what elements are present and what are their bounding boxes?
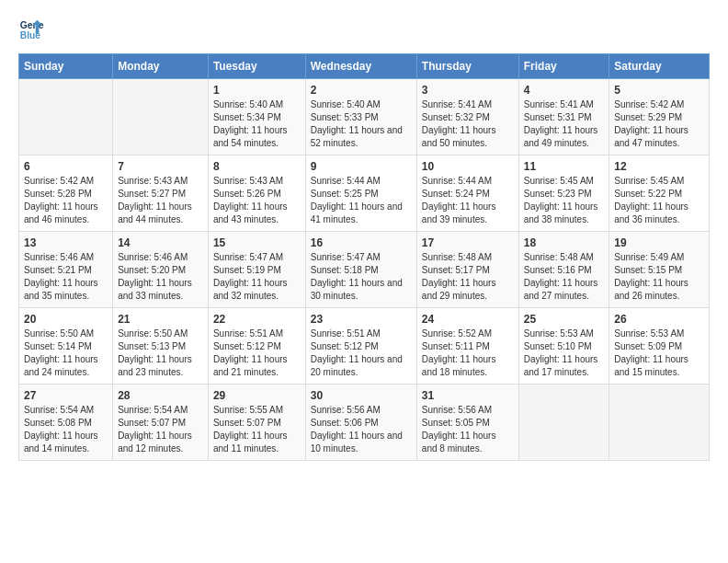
day-info: Sunrise: 5:40 AM Sunset: 5:34 PM Dayligh… [213,98,301,150]
calendar-cell: 16Sunrise: 5:47 AM Sunset: 5:18 PM Dayli… [305,232,416,308]
day-info: Sunrise: 5:46 AM Sunset: 5:20 PM Dayligh… [118,251,203,303]
calendar-cell: 8Sunrise: 5:43 AM Sunset: 5:26 PM Daylig… [208,155,305,232]
calendar-cell [609,385,710,461]
weekday-header-tuesday: Tuesday [208,54,305,79]
day-info: Sunrise: 5:50 AM Sunset: 5:13 PM Dayligh… [118,327,203,379]
day-number: 19 [614,236,704,249]
day-info: Sunrise: 5:50 AM Sunset: 5:14 PM Dayligh… [24,327,108,379]
day-number: 30 [311,389,412,402]
calendar-cell: 15Sunrise: 5:47 AM Sunset: 5:19 PM Dayli… [208,232,305,308]
calendar-cell: 22Sunrise: 5:51 AM Sunset: 5:12 PM Dayli… [208,308,305,385]
weekday-header-monday: Monday [113,54,209,79]
day-number: 2 [311,84,412,97]
calendar-cell: 14Sunrise: 5:46 AM Sunset: 5:20 PM Dayli… [113,232,209,308]
calendar-cell: 28Sunrise: 5:54 AM Sunset: 5:07 PM Dayli… [113,385,209,461]
day-info: Sunrise: 5:43 AM Sunset: 5:26 PM Dayligh… [213,175,301,226]
calendar-cell [19,79,113,155]
day-number: 1 [213,84,301,97]
day-info: Sunrise: 5:56 AM Sunset: 5:05 PM Dayligh… [422,404,514,455]
day-number: 25 [524,313,605,326]
day-number: 6 [24,160,108,173]
calendar-cell: 23Sunrise: 5:51 AM Sunset: 5:12 PM Dayli… [305,308,416,385]
day-info: Sunrise: 5:44 AM Sunset: 5:24 PM Dayligh… [422,175,514,226]
calendar-cell: 7Sunrise: 5:43 AM Sunset: 5:27 PM Daylig… [113,155,209,232]
day-info: Sunrise: 5:42 AM Sunset: 5:28 PM Dayligh… [24,175,108,226]
week-row-1: 1Sunrise: 5:40 AM Sunset: 5:34 PM Daylig… [19,79,710,155]
calendar-cell: 6Sunrise: 5:42 AM Sunset: 5:28 PM Daylig… [19,155,113,232]
day-info: Sunrise: 5:41 AM Sunset: 5:32 PM Dayligh… [422,98,514,150]
calendar-cell: 26Sunrise: 5:53 AM Sunset: 5:09 PM Dayli… [609,308,710,385]
calendar-cell: 19Sunrise: 5:49 AM Sunset: 5:15 PM Dayli… [609,232,710,308]
header: General Blue [18,18,710,44]
day-info: Sunrise: 5:52 AM Sunset: 5:11 PM Dayligh… [422,327,514,379]
calendar-cell: 24Sunrise: 5:52 AM Sunset: 5:11 PM Dayli… [416,308,518,385]
weekday-header-thursday: Thursday [416,54,518,79]
day-number: 31 [422,389,514,402]
day-number: 27 [24,389,108,402]
day-info: Sunrise: 5:49 AM Sunset: 5:15 PM Dayligh… [614,251,704,303]
weekday-header-row: SundayMondayTuesdayWednesdayThursdayFrid… [19,54,710,79]
day-info: Sunrise: 5:45 AM Sunset: 5:22 PM Dayligh… [614,175,704,226]
calendar-cell: 27Sunrise: 5:54 AM Sunset: 5:08 PM Dayli… [19,385,113,461]
svg-text:General: General [20,20,44,30]
day-number: 26 [614,313,704,326]
day-number: 10 [422,160,514,173]
weekday-header-saturday: Saturday [609,54,710,79]
day-number: 18 [524,236,605,249]
day-number: 15 [213,236,301,249]
day-info: Sunrise: 5:47 AM Sunset: 5:18 PM Dayligh… [311,251,412,303]
day-number: 16 [311,236,412,249]
day-number: 7 [118,160,203,173]
day-info: Sunrise: 5:41 AM Sunset: 5:31 PM Dayligh… [524,98,605,150]
day-info: Sunrise: 5:48 AM Sunset: 5:16 PM Dayligh… [524,251,605,303]
day-info: Sunrise: 5:54 AM Sunset: 5:08 PM Dayligh… [24,404,108,455]
calendar-cell: 2Sunrise: 5:40 AM Sunset: 5:33 PM Daylig… [305,79,416,155]
weekday-header-wednesday: Wednesday [305,54,416,79]
calendar-cell: 4Sunrise: 5:41 AM Sunset: 5:31 PM Daylig… [518,79,609,155]
day-number: 23 [311,313,412,326]
day-number: 22 [213,313,301,326]
day-info: Sunrise: 5:53 AM Sunset: 5:09 PM Dayligh… [614,327,704,379]
day-number: 5 [614,84,704,97]
day-info: Sunrise: 5:56 AM Sunset: 5:06 PM Dayligh… [311,404,412,455]
calendar-cell [113,79,209,155]
day-number: 3 [422,84,514,97]
day-number: 4 [524,84,605,97]
day-number: 20 [24,313,108,326]
calendar-cell [518,385,609,461]
week-row-2: 6Sunrise: 5:42 AM Sunset: 5:28 PM Daylig… [19,155,710,232]
day-number: 8 [213,160,301,173]
day-info: Sunrise: 5:45 AM Sunset: 5:23 PM Dayligh… [524,175,605,226]
calendar-cell: 30Sunrise: 5:56 AM Sunset: 5:06 PM Dayli… [305,385,416,461]
calendar-cell: 3Sunrise: 5:41 AM Sunset: 5:32 PM Daylig… [416,79,518,155]
day-number: 11 [524,160,605,173]
calendar: SundayMondayTuesdayWednesdayThursdayFrid… [18,53,710,461]
week-row-4: 20Sunrise: 5:50 AM Sunset: 5:14 PM Dayli… [19,308,710,385]
day-number: 13 [24,236,108,249]
day-number: 9 [311,160,412,173]
logo: General Blue [18,18,46,44]
calendar-cell: 20Sunrise: 5:50 AM Sunset: 5:14 PM Dayli… [19,308,113,385]
day-number: 24 [422,313,514,326]
calendar-cell: 12Sunrise: 5:45 AM Sunset: 5:22 PM Dayli… [609,155,710,232]
day-info: Sunrise: 5:51 AM Sunset: 5:12 PM Dayligh… [311,327,412,379]
day-info: Sunrise: 5:48 AM Sunset: 5:17 PM Dayligh… [422,251,514,303]
day-info: Sunrise: 5:44 AM Sunset: 5:25 PM Dayligh… [311,175,412,226]
day-info: Sunrise: 5:47 AM Sunset: 5:19 PM Dayligh… [213,251,301,303]
calendar-cell: 25Sunrise: 5:53 AM Sunset: 5:10 PM Dayli… [518,308,609,385]
calendar-cell: 10Sunrise: 5:44 AM Sunset: 5:24 PM Dayli… [416,155,518,232]
calendar-cell: 13Sunrise: 5:46 AM Sunset: 5:21 PM Dayli… [19,232,113,308]
day-number: 17 [422,236,514,249]
weekday-header-sunday: Sunday [19,54,113,79]
day-number: 21 [118,313,203,326]
day-info: Sunrise: 5:54 AM Sunset: 5:07 PM Dayligh… [118,404,203,455]
logo-icon: General Blue [18,17,44,42]
day-number: 12 [614,160,704,173]
calendar-cell: 1Sunrise: 5:40 AM Sunset: 5:34 PM Daylig… [208,79,305,155]
day-info: Sunrise: 5:51 AM Sunset: 5:12 PM Dayligh… [213,327,301,379]
weekday-header-friday: Friday [518,54,609,79]
calendar-cell: 9Sunrise: 5:44 AM Sunset: 5:25 PM Daylig… [305,155,416,232]
calendar-cell: 18Sunrise: 5:48 AM Sunset: 5:16 PM Dayli… [518,232,609,308]
day-number: 29 [213,389,301,402]
calendar-cell: 5Sunrise: 5:42 AM Sunset: 5:29 PM Daylig… [609,79,710,155]
